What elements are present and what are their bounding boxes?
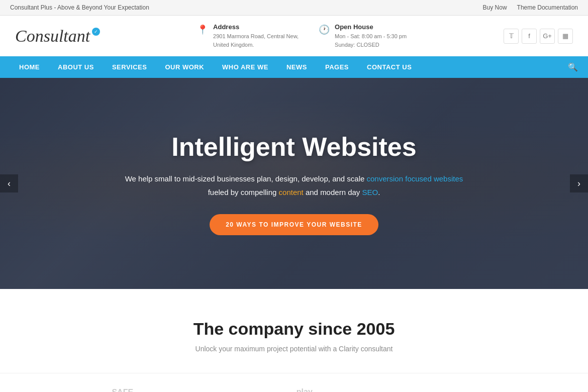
nav-item-home[interactable]: Home: [10, 56, 49, 78]
logo[interactable]: Consultant: [15, 27, 100, 46]
hero-next-button[interactable]: ›: [570, 174, 588, 192]
hero-prev-button[interactable]: ‹: [0, 174, 18, 192]
openhouse-hours: Mon - Sat: 8:00 am - 5:30 pm: [335, 32, 407, 41]
company-subtitle: Unlock your maximum project potential wi…: [15, 345, 573, 353]
search-icon[interactable]: 🔍: [568, 62, 578, 72]
address-label: Address: [213, 23, 299, 31]
theme-doc-link[interactable]: Theme Documentation: [517, 4, 578, 11]
nav-link-home[interactable]: Home: [10, 56, 49, 78]
tagline: Consultant Plus - Above & Beyond Your Ex…: [10, 4, 149, 11]
nav-link-whoarewe[interactable]: Who Are We: [213, 56, 277, 78]
hero-link-seo[interactable]: SEO: [362, 188, 378, 197]
hero-title: Intelligent Websites: [116, 132, 472, 162]
hero-subtitle: We help small to mid-sized businesses pl…: [116, 172, 472, 199]
googleplus-icon[interactable]: G+: [540, 29, 555, 44]
openhouse-label: Open House: [335, 23, 407, 31]
nav-item-about[interactable]: About Us: [49, 56, 103, 78]
logo-checkmark: [92, 28, 100, 36]
client-logo-playground: playgroundhospitality: [284, 383, 324, 392]
location-icon: 📍: [197, 24, 208, 35]
nav-link-pages[interactable]: Pages: [316, 56, 358, 78]
hero-content: Intelligent Websites We help small to mi…: [106, 122, 482, 245]
hero-section: ‹ Intelligent Websites We help small to …: [0, 78, 588, 289]
nav-item-news[interactable]: News: [277, 56, 316, 78]
facebook-icon[interactable]: f: [522, 29, 537, 44]
nav-item-services[interactable]: Services: [103, 56, 156, 78]
nav-item-pages[interactable]: Pages: [316, 56, 358, 78]
nav-link-news[interactable]: News: [277, 56, 316, 78]
clients-bar: KickyKing SAFEPLUMBING.org ⬡ Falcons USb…: [0, 373, 588, 392]
address-line1: 2901 Marmora Road, Central New,: [213, 32, 299, 41]
nav-item-whoarewe[interactable]: Who Are We: [213, 56, 277, 78]
address-info: 📍 Address 2901 Marmora Road, Central New…: [197, 23, 299, 49]
top-bar-links: Buy Now Theme Documentation: [483, 4, 578, 11]
company-section: The company since 2005 Unlock your maxim…: [0, 289, 588, 373]
nav-link-about[interactable]: About Us: [49, 56, 103, 78]
hero-link-content[interactable]: content: [279, 188, 304, 197]
logo-text: Consultant: [15, 27, 90, 46]
client-logo-safeplumbing: SAFEPLUMBING.org: [95, 384, 150, 393]
openhouse-sunday: Sunday: CLOSED: [335, 41, 407, 49]
nav-links: Home About Us Services Our Work Who Are …: [10, 56, 421, 78]
header-info: 📍 Address 2901 Marmora Road, Central New…: [100, 23, 504, 49]
buy-now-link[interactable]: Buy Now: [483, 4, 507, 11]
nav-item-contact[interactable]: Contact Us: [358, 56, 421, 78]
nav-bar: Home About Us Services Our Work Who Are …: [0, 56, 588, 78]
openhouse-info: 🕐 Open House Mon - Sat: 8:00 am - 5:30 p…: [319, 23, 407, 49]
hero-cta-button[interactable]: 20 WAYS TO IMPROVE YOUR WEBSITE: [210, 214, 378, 235]
rss-icon[interactable]: ▦: [558, 29, 573, 44]
hero-subtitle-end: .: [378, 188, 380, 197]
hero-subtitle-text1: We help small to mid-sized businesses pl…: [125, 174, 367, 183]
header: Consultant 📍 Address 2901 Marmora Road, …: [0, 16, 588, 56]
nav-item-ourwork[interactable]: Our Work: [156, 56, 213, 78]
hero-subtitle-text2: fueled by compelling: [208, 188, 279, 197]
address-line2: United Kingdom.: [213, 41, 299, 49]
company-title: The company since 2005: [15, 319, 573, 339]
twitter-icon[interactable]: 𝕋: [504, 29, 519, 44]
nav-link-contact[interactable]: Contact Us: [358, 56, 421, 78]
hero-subtitle-text3: and modern day: [304, 188, 362, 197]
social-icons: 𝕋 f G+ ▦: [504, 29, 573, 44]
hero-link-conversion[interactable]: conversion focused websites: [367, 174, 463, 183]
top-bar: Consultant Plus - Above & Beyond Your Ex…: [0, 0, 588, 16]
nav-link-ourwork[interactable]: Our Work: [156, 56, 213, 78]
nav-link-services[interactable]: Services: [103, 56, 156, 78]
clock-icon: 🕐: [319, 24, 330, 35]
